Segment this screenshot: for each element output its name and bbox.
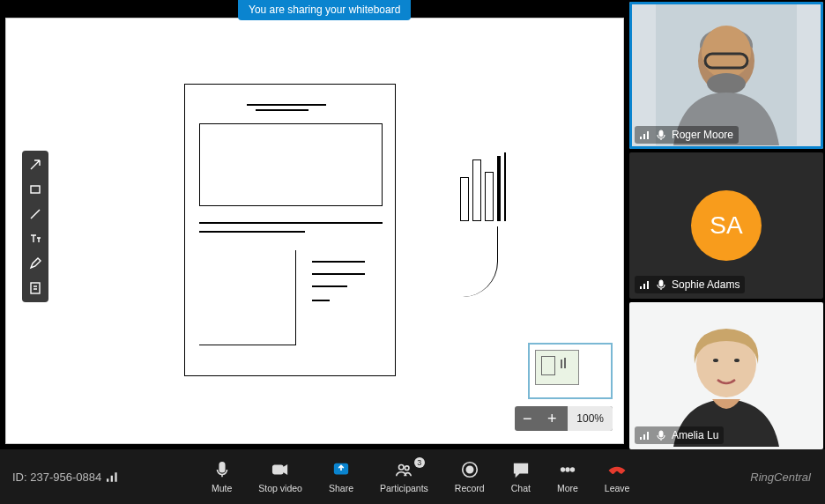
- mic-icon: [656, 279, 666, 290]
- signal-icon: [107, 471, 119, 483]
- participant-name: Roger Moore: [672, 129, 733, 141]
- meeting-id-text: ID: 237-956-0884: [12, 471, 101, 484]
- zoom-in-button[interactable]: +: [539, 406, 564, 431]
- participant-tile[interactable]: Amelia Lu: [629, 302, 823, 449]
- arrow-tool[interactable]: [24, 153, 47, 176]
- more-icon: [558, 460, 577, 479]
- whiteboard-drawing: [184, 84, 396, 376]
- svg-point-23: [571, 468, 575, 471]
- mic-icon: [212, 460, 232, 479]
- participant-name: Amelia Lu: [672, 429, 718, 441]
- share-button[interactable]: Share: [329, 460, 353, 493]
- svg-rect-7: [659, 130, 663, 137]
- participant-video: [656, 306, 797, 447]
- svg-point-6: [707, 73, 746, 94]
- svg-rect-0: [31, 186, 40, 193]
- svg-rect-1: [31, 283, 40, 293]
- more-button[interactable]: More: [557, 460, 578, 493]
- signal-icon: [640, 279, 650, 290]
- whiteboard-canvas[interactable]: − + 100%: [5, 18, 624, 444]
- svg-point-12: [734, 359, 740, 362]
- svg-point-21: [561, 468, 565, 471]
- svg-point-11: [713, 359, 718, 362]
- svg-rect-13: [659, 431, 663, 437]
- zoom-control: − + 100%: [515, 406, 613, 431]
- chat-button[interactable]: Chat: [511, 460, 531, 493]
- phone-hangup-icon: [607, 460, 627, 479]
- svg-point-17: [399, 465, 405, 471]
- record-icon: [460, 460, 479, 479]
- mute-button[interactable]: Mute: [212, 460, 232, 493]
- whiteboard-toolbar: [22, 151, 48, 302]
- leave-button[interactable]: Leave: [605, 460, 630, 493]
- svg-point-22: [566, 468, 569, 471]
- video-icon: [271, 460, 290, 479]
- meeting-id[interactable]: ID: 237-956-0884: [0, 471, 119, 484]
- participant-label: Roger Moore: [635, 126, 739, 144]
- share-banner: You are sharing your whiteboard: [238, 0, 411, 20]
- participant-name: Sophie Adams: [672, 278, 740, 291]
- record-button[interactable]: Record: [455, 460, 485, 493]
- bottom-bar: ID: 237-956-0884 Mute Stop video Share 3…: [0, 449, 825, 504]
- rectangle-tool[interactable]: [24, 178, 47, 201]
- notes-tool[interactable]: [24, 277, 47, 300]
- svg-point-4: [702, 26, 751, 78]
- mic-icon: [656, 130, 666, 140]
- svg-point-20: [466, 466, 472, 472]
- svg-point-18: [405, 466, 410, 471]
- participant-label: Sophie Adams: [635, 276, 745, 293]
- text-tool[interactable]: [24, 227, 47, 250]
- participants-badge: 3: [414, 457, 425, 468]
- signal-icon: [640, 130, 650, 140]
- participant-label: Amelia Lu: [635, 426, 724, 444]
- participant-video: [656, 4, 797, 145]
- svg-rect-14: [219, 463, 225, 472]
- signal-icon: [640, 430, 650, 441]
- pen-tool[interactable]: [24, 252, 47, 275]
- brand-label: RingCentral: [750, 471, 825, 484]
- zoom-out-button[interactable]: −: [515, 406, 539, 431]
- stop-video-button[interactable]: Stop video: [258, 460, 302, 493]
- whiteboard-navigator[interactable]: [528, 343, 613, 399]
- whiteboard-curve-drawing: [463, 226, 498, 297]
- participant-tile[interactable]: Roger Moore: [629, 2, 823, 149]
- participants-panel: Roger Moore SA Sophie Adams: [629, 0, 825, 449]
- svg-rect-8: [659, 280, 663, 286]
- participants-button[interactable]: 3 Participants: [380, 460, 428, 493]
- mic-icon: [656, 430, 666, 441]
- chat-icon: [511, 460, 531, 479]
- people-icon: [394, 460, 413, 479]
- svg-rect-15: [273, 465, 283, 473]
- zoom-percent[interactable]: 100%: [568, 406, 613, 431]
- share-icon: [331, 460, 351, 479]
- whiteboard-chart-drawing: [460, 151, 522, 221]
- line-tool[interactable]: [24, 203, 47, 226]
- participant-tile[interactable]: SA Sophie Adams: [629, 152, 823, 300]
- participant-avatar: SA: [691, 190, 762, 261]
